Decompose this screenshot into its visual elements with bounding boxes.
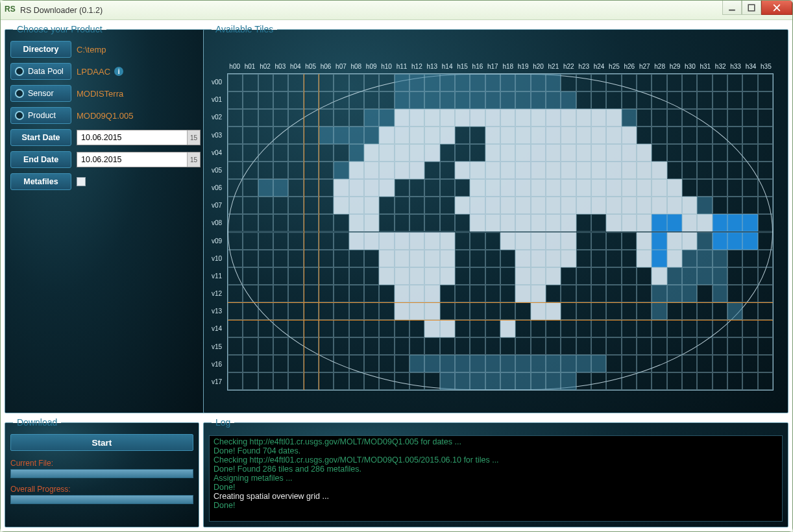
- tile-cell[interactable]: [349, 91, 364, 109]
- tile-cell[interactable]: [713, 320, 727, 337]
- tile-cell[interactable]: [546, 250, 561, 267]
- tile-cell[interactable]: [500, 144, 515, 162]
- tile-cell[interactable]: [409, 162, 424, 179]
- tile-cell[interactable]: [500, 267, 515, 285]
- tile-cell[interactable]: [591, 372, 606, 390]
- tile-cell[interactable]: [531, 337, 546, 355]
- tile-cell[interactable]: [409, 232, 424, 250]
- tile-cell[interactable]: [682, 372, 697, 390]
- tile-cell[interactable]: [379, 285, 394, 302]
- tile-cell[interactable]: [485, 250, 500, 267]
- tile-cell[interactable]: [228, 144, 243, 162]
- tile-cell[interactable]: [243, 250, 258, 267]
- tile-cell[interactable]: [515, 267, 530, 285]
- tile-cell[interactable]: [500, 109, 515, 127]
- tile-cell[interactable]: [591, 285, 606, 302]
- tile-cell[interactable]: [576, 372, 591, 390]
- tile-cell[interactable]: [637, 74, 652, 91]
- tile-cell[interactable]: [713, 232, 727, 250]
- tile-cell[interactable]: [531, 74, 546, 91]
- tile-cell[interactable]: [455, 355, 470, 372]
- tile-cell[interactable]: [682, 74, 697, 91]
- tile-cell[interactable]: [288, 127, 303, 144]
- tile-cell[interactable]: [652, 302, 666, 320]
- tile-cell[interactable]: [591, 337, 606, 355]
- tile-cell[interactable]: [713, 127, 727, 144]
- tile-cell[interactable]: [758, 320, 773, 337]
- tile-cell[interactable]: [485, 337, 500, 355]
- tile-cell[interactable]: [758, 337, 773, 355]
- tile-cell[interactable]: [500, 320, 515, 337]
- tile-cell[interactable]: [637, 109, 652, 127]
- tile-cell[interactable]: [742, 232, 757, 250]
- tile-cell[interactable]: [440, 197, 455, 214]
- tile-cell[interactable]: [515, 372, 530, 390]
- tile-cell[interactable]: [334, 127, 348, 144]
- tile-cell[interactable]: [682, 127, 697, 144]
- tile-cell[interactable]: [667, 144, 682, 162]
- tile-cell[interactable]: [531, 267, 546, 285]
- tile-cell[interactable]: [531, 250, 546, 267]
- tile-cell[interactable]: [273, 302, 288, 320]
- tile-cell[interactable]: [742, 179, 757, 197]
- tile-cell[interactable]: [364, 197, 379, 214]
- tile-cell[interactable]: [546, 162, 561, 179]
- tile-cell[interactable]: [273, 214, 288, 232]
- tile-cell[interactable]: [409, 144, 424, 162]
- tile-cell[interactable]: [727, 267, 742, 285]
- tile-cell[interactable]: [409, 250, 424, 267]
- tile-cell[interactable]: [546, 127, 561, 144]
- tile-cell[interactable]: [531, 302, 546, 320]
- tile-cell[interactable]: [667, 302, 682, 320]
- tile-cell[interactable]: [515, 91, 530, 109]
- tile-cell[interactable]: [304, 250, 319, 267]
- tile-cell[interactable]: [606, 197, 621, 214]
- tile-cell[interactable]: [500, 250, 515, 267]
- tile-cell[interactable]: [727, 197, 742, 214]
- tile-cell[interactable]: [561, 372, 576, 390]
- tile-cell[interactable]: [758, 74, 773, 91]
- tile-cell[interactable]: [334, 232, 348, 250]
- tile-cell[interactable]: [319, 337, 334, 355]
- tile-cell[interactable]: [455, 267, 470, 285]
- tile-cell[interactable]: [652, 250, 666, 267]
- tile-cell[interactable]: [727, 179, 742, 197]
- tile-cell[interactable]: [652, 372, 666, 390]
- tile-cell[interactable]: [409, 302, 424, 320]
- tile-cell[interactable]: [606, 232, 621, 250]
- tile-cell[interactable]: [440, 285, 455, 302]
- tile-cell[interactable]: [622, 144, 637, 162]
- tile-cell[interactable]: [758, 214, 773, 232]
- tile-cell[interactable]: [243, 214, 258, 232]
- tile-cell[interactable]: [258, 250, 273, 267]
- tile-cell[interactable]: [334, 267, 348, 285]
- tile-cell[interactable]: [228, 355, 243, 372]
- tile-cell[interactable]: [727, 285, 742, 302]
- tile-cell[interactable]: [364, 355, 379, 372]
- tile-cell[interactable]: [742, 267, 757, 285]
- tile-cell[interactable]: [409, 320, 424, 337]
- start-button[interactable]: Start: [10, 434, 193, 451]
- tile-cell[interactable]: [273, 232, 288, 250]
- tile-cell[interactable]: [652, 144, 666, 162]
- tile-cell[interactable]: [440, 74, 455, 91]
- tile-cell[interactable]: [349, 144, 364, 162]
- tile-cell[interactable]: [682, 250, 697, 267]
- tile-cell[interactable]: [637, 162, 652, 179]
- tile-cell[interactable]: [243, 355, 258, 372]
- tile-cell[interactable]: [364, 74, 379, 91]
- tile-cell[interactable]: [455, 372, 470, 390]
- tile-cell[interactable]: [485, 214, 500, 232]
- tile-cell[interactable]: [652, 355, 666, 372]
- tile-cell[interactable]: [288, 232, 303, 250]
- tile-cell[interactable]: [243, 179, 258, 197]
- tile-cell[interactable]: [258, 267, 273, 285]
- tile-cell[interactable]: [531, 355, 546, 372]
- tile-cell[interactable]: [606, 214, 621, 232]
- tile-cell[interactable]: [304, 302, 319, 320]
- tile-cell[interactable]: [424, 285, 439, 302]
- tile-cell[interactable]: [319, 232, 334, 250]
- tile-cell[interactable]: [364, 179, 379, 197]
- tile-cell[interactable]: [440, 232, 455, 250]
- tile-cell[interactable]: [591, 74, 606, 91]
